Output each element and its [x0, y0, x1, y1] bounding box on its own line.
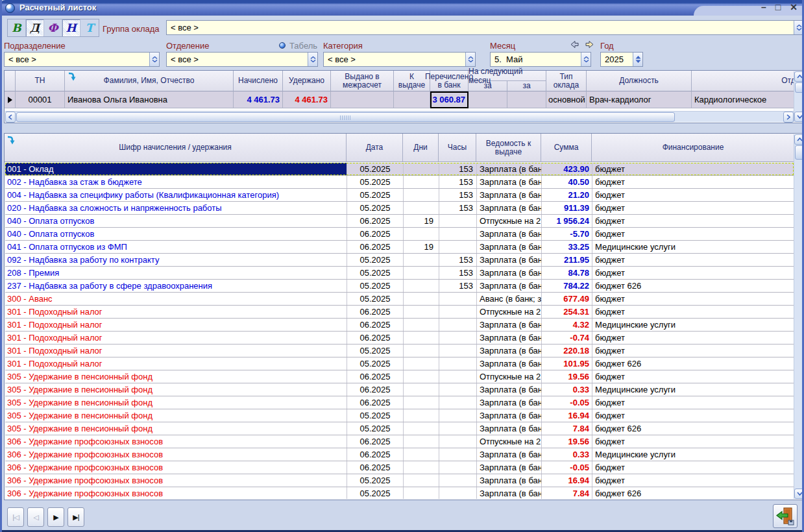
col-header-za2[interactable]: за: [507, 81, 546, 91]
detail-cell[interactable]: 06.2025: [347, 332, 404, 344]
spinner-icon[interactable]: [308, 53, 317, 66]
detail-cell[interactable]: -5.70: [542, 228, 592, 240]
detail-vscrollbar[interactable]: [794, 134, 804, 499]
detail-cell[interactable]: бюджет: [592, 461, 794, 474]
detail-row[interactable]: 041 - Оплата отпусков из ФМП06.202519Зар…: [5, 241, 794, 254]
detail-cell[interactable]: [439, 319, 477, 331]
detail-cell[interactable]: бюджет: [592, 332, 794, 344]
detail-cell[interactable]: [439, 332, 477, 344]
detail-cell[interactable]: Зарплата (в бан: [477, 319, 542, 331]
employee-next1[interactable]: [469, 91, 507, 108]
detail-cell[interactable]: 101.95: [542, 357, 592, 370]
detail-cell[interactable]: [439, 461, 477, 474]
detail-cell[interactable]: бюджет: [592, 254, 794, 266]
detail-cell[interactable]: 7.84: [542, 487, 592, 499]
detail-cell[interactable]: Зарплата (в бан: [477, 267, 542, 279]
detail-cell[interactable]: [404, 448, 439, 461]
detail-cell[interactable]: 21.20: [542, 189, 592, 201]
month-prev-button[interactable]: [570, 40, 579, 49]
detail-cell[interactable]: [404, 163, 439, 175]
detail-cell[interactable]: Отпускные на 2: [477, 370, 542, 383]
detail-cell[interactable]: 301 - Подоходный налог: [5, 306, 347, 318]
detail-cell[interactable]: бюджет: [592, 267, 794, 279]
detail-row[interactable]: 040 - Оплата отпусков06.2025Зарплата (в …: [5, 228, 794, 241]
detail-cell[interactable]: 06.2025: [347, 241, 404, 253]
detail-row[interactable]: 301 - Подоходный налог05.2025Зарплата (в…: [5, 345, 794, 357]
detail-cell[interactable]: [439, 422, 477, 435]
detail-cell[interactable]: Зарплата (в бан: [477, 474, 542, 487]
detail-row[interactable]: 305 - Удержание в пенсионный фонд06.2025…: [5, 383, 794, 396]
detail-cell[interactable]: 06.2025: [347, 215, 404, 227]
detail-cell[interactable]: бюджет: [592, 345, 794, 357]
detail-cell[interactable]: 05.2025: [347, 422, 404, 435]
col-header-accrued[interactable]: Начислено: [234, 71, 283, 91]
detail-cell[interactable]: 040 - Оплата отпусков: [5, 215, 347, 227]
scroll-right-button[interactable]: [783, 112, 794, 123]
detail-cell[interactable]: Зарплата (в бан: [477, 163, 542, 175]
detail-cell[interactable]: [404, 345, 439, 357]
employee-to-bank[interactable]: 3 060.87: [430, 91, 469, 108]
employee-accrued[interactable]: 4 461.73: [234, 91, 283, 108]
detail-cell[interactable]: 06.2025: [347, 435, 404, 448]
detail-cell[interactable]: Зарплата (в бан: [477, 176, 542, 188]
detail-cell[interactable]: бюджет: [592, 306, 794, 318]
detail-cell[interactable]: 020 - Надбавка за сложность и напряженно…: [5, 202, 347, 214]
vscroll-thumb[interactable]: [795, 145, 804, 160]
detail-row[interactable]: 301 - Подоходный налог06.2025Зарплата (в…: [5, 319, 794, 332]
detail-cell[interactable]: Отпускные на 2: [477, 215, 542, 227]
detail-cell[interactable]: бюджет: [592, 202, 794, 214]
detail-row[interactable]: 040 - Оплата отпусков06.202519Отпускные …: [5, 215, 794, 228]
scroll-down-button[interactable]: [794, 489, 804, 499]
detail-cell[interactable]: бюджет 626: [592, 487, 794, 499]
detail-cell[interactable]: [404, 280, 439, 292]
vscroll-track[interactable]: [794, 93, 804, 112]
category-select[interactable]: < все >: [323, 52, 476, 67]
detail-cell[interactable]: 211.95: [542, 254, 592, 266]
vscroll-thumb[interactable]: [795, 82, 804, 93]
detail-cell[interactable]: бюджет: [592, 176, 794, 188]
year-spinbox[interactable]: 2025: [600, 52, 643, 67]
record-nav-button-4[interactable]: ▶|: [67, 507, 84, 527]
detail-cell[interactable]: 40.50: [542, 176, 592, 188]
detail-cell[interactable]: 153: [439, 254, 477, 266]
detail-cell[interactable]: 05.2025: [347, 474, 404, 487]
col-header-department[interactable]: Отдел: [692, 71, 804, 91]
detail-cell[interactable]: 05.2025: [347, 176, 404, 188]
detail-cell[interactable]: Зарплата (в бан: [477, 189, 542, 201]
detail-cell[interactable]: 004 - Надбавка за специфику работы (Квал…: [5, 189, 347, 201]
detail-row[interactable]: 306 - Удержание профсоюзных взносов06.20…: [5, 435, 794, 448]
detail-cell[interactable]: 300 - Аванс: [5, 293, 347, 305]
detail-cell[interactable]: [439, 241, 477, 253]
detail-cell[interactable]: Отпускные на 2: [477, 435, 542, 448]
letter-filter-button-4[interactable]: Н: [62, 19, 80, 36]
detail-cell[interactable]: бюджет: [592, 435, 794, 448]
detail-cell[interactable]: 423.90: [542, 163, 592, 175]
detail-row[interactable]: 306 - Удержание профсоюзных взносов05.20…: [5, 474, 794, 487]
detail-cell[interactable]: [404, 422, 439, 435]
detail-cell[interactable]: Зарплата (в бан: [477, 254, 542, 266]
detail-cell[interactable]: Зарплата (в бан: [477, 409, 542, 422]
detail-cell[interactable]: [439, 345, 477, 357]
detail-cell[interactable]: 153: [439, 202, 477, 214]
col-header-funding[interactable]: Финансирование: [592, 134, 794, 162]
hscroll-track[interactable]: [676, 112, 783, 122]
employee-next2[interactable]: [507, 91, 546, 108]
detail-cell[interactable]: [404, 202, 439, 214]
detail-cell[interactable]: бюджет: [592, 228, 794, 240]
detail-cell[interactable]: [404, 332, 439, 344]
detail-cell[interactable]: -0.05: [542, 461, 592, 474]
detail-cell[interactable]: 041 - Оплата отпусков из ФМП: [5, 241, 347, 253]
division-select[interactable]: < все >: [166, 52, 318, 67]
detail-cell[interactable]: 06.2025: [347, 383, 404, 396]
spinner-icon[interactable]: [794, 21, 803, 34]
detail-cell[interactable]: 002 - Надбавка за стаж в бюджете: [5, 176, 347, 188]
detail-cell[interactable]: Зарплата (в бан: [477, 345, 542, 357]
detail-cell[interactable]: 16.94: [542, 409, 592, 422]
detail-cell[interactable]: [404, 487, 439, 499]
detail-cell[interactable]: Зарплата (в бан: [477, 461, 542, 474]
detail-cell[interactable]: [404, 383, 439, 396]
col-header-sheet[interactable]: Ведомость к выдаче: [476, 134, 541, 162]
detail-cell[interactable]: 84.78: [542, 267, 592, 279]
detail-cell[interactable]: 05.2025: [347, 280, 404, 292]
col-header-fio[interactable]: Фамилия, Имя, Отчество: [65, 71, 234, 91]
